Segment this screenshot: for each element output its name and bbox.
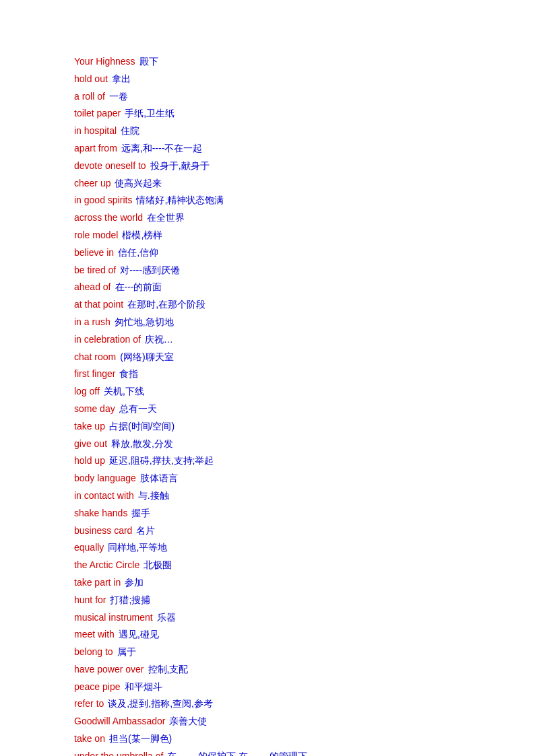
list-item: role model楷模,榜样 <box>74 228 468 244</box>
list-item: take part in参加 <box>74 575 468 591</box>
list-item: hold up延迟,阻碍,撑扶,支持;举起 <box>74 453 468 469</box>
list-item: at that point在那时,在那个阶段 <box>74 297 468 313</box>
english-term: cheer up <box>74 176 111 192</box>
chinese-translation: 在…… 的保护下,在…… 的管理下 <box>167 749 307 756</box>
english-term: business card <box>74 523 132 539</box>
list-item: under the umbrella of在…… 的保护下,在…… 的管理下 <box>74 749 468 756</box>
chinese-translation: 一卷 <box>109 89 128 105</box>
chinese-translation: 关机,下线 <box>104 384 144 400</box>
list-item: in celebration of庆祝… <box>74 332 468 348</box>
english-term: believe in <box>74 245 114 261</box>
chinese-translation: 握手 <box>131 506 150 522</box>
english-term: in a rush <box>74 314 111 331</box>
list-item: log off关机,下线 <box>74 384 468 400</box>
chinese-translation: 延迟,阻碍,撑扶,支持;举起 <box>109 453 214 469</box>
english-term: the Arctic Circle <box>74 557 139 574</box>
english-term: in hospital <box>74 123 117 139</box>
list-item: Goodwill Ambassador亲善大使 <box>74 714 468 730</box>
english-term: hunt for <box>74 592 106 609</box>
chinese-translation: 对----感到厌倦 <box>120 263 180 279</box>
list-item: first finger食指 <box>74 366 468 382</box>
english-term: meet with <box>74 627 115 643</box>
chinese-translation: 乐器 <box>157 610 176 626</box>
list-item: equally同样地,平等地 <box>74 540 468 556</box>
chinese-translation: 远离,和----不在一起 <box>121 141 203 157</box>
list-item: toilet paper手纸,卫生纸 <box>74 106 468 122</box>
chinese-translation: 食指 <box>119 366 138 382</box>
list-item: shake hands握手 <box>74 506 468 522</box>
list-item: chat room(网络)聊天室 <box>74 349 468 366</box>
chinese-translation: 投身于,献身于 <box>150 158 210 174</box>
list-item: believe in信任,信仰 <box>74 245 468 261</box>
english-term: in good spirits <box>74 193 132 209</box>
english-term: ahead of <box>74 279 111 296</box>
list-item: cheer up使高兴起来 <box>74 176 468 192</box>
list-item: in good spirits情绪好,精神状态饱满 <box>74 193 468 209</box>
english-term: take on <box>74 731 105 747</box>
list-item: business card名片 <box>74 523 468 539</box>
vocab-list: Your Highness殿下hold out拿出a roll of一卷toil… <box>74 54 468 756</box>
list-item: take up占据(时间/空间) <box>74 419 468 435</box>
list-item: devote oneself to投身于,献身于 <box>74 158 468 174</box>
english-term: have power over <box>74 662 144 678</box>
chinese-translation: 打猎;搜捕 <box>110 592 150 609</box>
english-term: belong to <box>74 644 113 660</box>
english-term: hold out <box>74 71 108 88</box>
english-term: take part in <box>74 575 121 591</box>
list-item: Your Highness殿下 <box>74 54 468 70</box>
chinese-translation: 肢体语言 <box>140 471 178 487</box>
chinese-translation: 楷模,榜样 <box>122 228 162 244</box>
list-item: in contact with与.接触 <box>74 488 468 504</box>
chinese-translation: 住院 <box>121 123 139 139</box>
chinese-translation: 和平烟斗 <box>125 679 162 695</box>
chinese-translation: 在全世界 <box>147 210 185 226</box>
chinese-translation: 总有一天 <box>119 401 157 417</box>
list-item: hunt for打猎;搜捕 <box>74 592 468 609</box>
chinese-translation: 殿下 <box>139 54 158 70</box>
english-term: at that point <box>74 297 123 313</box>
chinese-translation: 属于 <box>117 644 136 660</box>
list-item: the Arctic Circle北极圈 <box>74 557 468 574</box>
english-term: equally <box>74 540 104 556</box>
chinese-translation: 控制,支配 <box>148 662 189 678</box>
chinese-translation: 担当(某一脚色) <box>109 731 172 747</box>
chinese-translation: 拿出 <box>112 71 131 88</box>
english-term: devote oneself to <box>74 158 146 174</box>
list-item: across the world在全世界 <box>74 210 468 226</box>
list-item: belong to属于 <box>74 644 468 660</box>
list-item: body language肢体语言 <box>74 471 468 487</box>
list-item: take on担当(某一脚色) <box>74 731 468 747</box>
english-term: in contact with <box>74 488 134 504</box>
english-term: across the world <box>74 210 143 226</box>
list-item: apart from远离,和----不在一起 <box>74 141 468 157</box>
english-term: peace pipe <box>74 679 121 695</box>
english-term: some day <box>74 401 115 417</box>
chinese-translation: 手纸,卫生纸 <box>125 106 175 122</box>
chinese-translation: 匆忙地,急切地 <box>115 314 174 331</box>
list-item: hold out拿出 <box>74 71 468 88</box>
english-term: shake hands <box>74 506 127 522</box>
chinese-translation: 同样地,平等地 <box>108 540 167 556</box>
list-item: be tired of对----感到厌倦 <box>74 263 468 279</box>
chinese-translation: 在---的前面 <box>115 279 162 296</box>
chinese-translation: 与.接触 <box>138 488 169 504</box>
english-term: Your Highness <box>74 54 135 70</box>
list-item: peace pipe和平烟斗 <box>74 679 468 695</box>
list-item: in hospital住院 <box>74 123 468 139</box>
english-term: role model <box>74 228 118 244</box>
chinese-translation: 使高兴起来 <box>115 176 162 192</box>
chinese-translation: 信任,信仰 <box>118 245 158 261</box>
list-item: have power over控制,支配 <box>74 662 468 678</box>
chinese-translation: 遇见,碰见 <box>119 627 159 643</box>
english-term: under the umbrella of <box>74 749 163 756</box>
english-term: take up <box>74 419 105 435</box>
list-item: ahead of在---的前面 <box>74 279 468 296</box>
list-item: refer to谈及,提到,指称,查阅,参考 <box>74 696 468 712</box>
chinese-translation: 占据(时间/空间) <box>109 419 175 435</box>
list-item: a roll of一卷 <box>74 89 468 105</box>
chinese-translation: 北极圈 <box>144 557 172 574</box>
chinese-translation: 庆祝… <box>145 332 173 348</box>
chinese-translation: 情绪好,精神状态饱满 <box>136 193 224 209</box>
chinese-translation: 名片 <box>136 523 155 539</box>
english-term: log off <box>74 384 100 400</box>
